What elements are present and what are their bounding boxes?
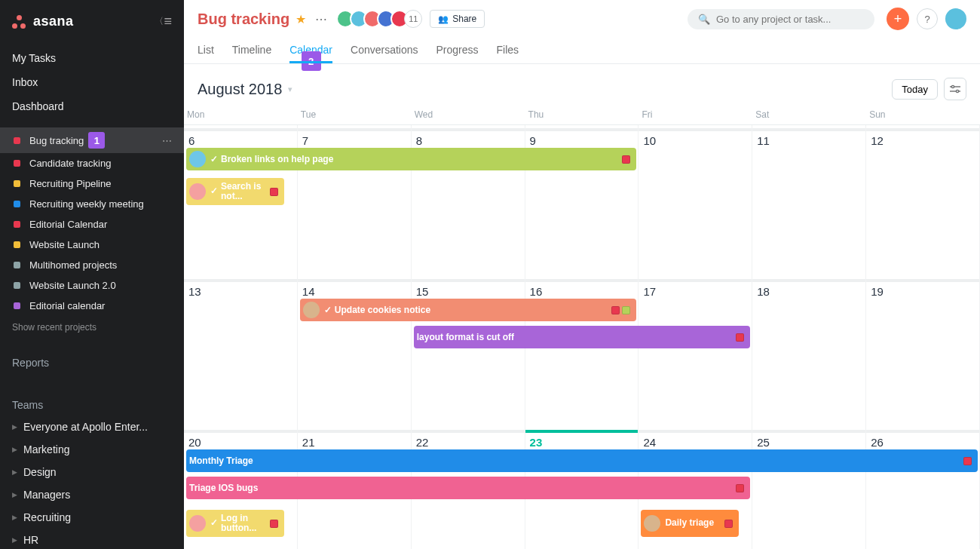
sidebar-project[interactable]: Recruiting weekly meeting [0,194,184,214]
sliders-icon [949,84,961,94]
day-number: 11 [755,131,862,150]
project-name: Bug tracking [29,135,84,146]
show-recent-projects[interactable]: Show recent projects [0,316,184,339]
user-avatar[interactable] [945,8,966,29]
brand-logo[interactable]: asana [12,14,74,29]
my-tasks-link[interactable]: My Tasks [0,46,184,70]
project-name: Recruiting Pipeline [29,178,111,189]
day-number: 17 [642,282,749,301]
calendar-day[interactable]: 18 [752,276,866,427]
calendar-day[interactable]: 26 [866,427,980,549]
day-headers: MonTueWedThuFriSatSun [184,108,980,125]
tab-calendar[interactable]: Calendar 2 [289,38,332,63]
dashboard-link[interactable]: Dashboard [0,94,184,118]
calendar-event[interactable]: ✓Update cookies notice [300,299,637,321]
calendar-event[interactable]: layout format is cut off [414,326,751,348]
calendar-day[interactable]: 12 [866,125,980,276]
calendar-event[interactable]: ✓Broken links on help page [186,148,636,170]
caret-icon: ▶ [12,536,17,544]
sidebar-project[interactable]: Website Launch 2.0 [0,275,184,296]
team-item[interactable]: ▶Marketing [0,438,184,461]
team-item[interactable]: ▶Managers [0,483,184,506]
sidebar-project[interactable]: Multihomed projects [0,255,184,275]
project-name: Candidate tracking [29,158,111,169]
collapse-sidebar-icon[interactable]: 〈≡ [155,14,172,29]
calendar-day[interactable]: 19 [866,276,980,427]
project-actions-icon[interactable]: ⋯ [315,12,327,26]
project-name: Editorial calendar [29,300,105,311]
day-number: 10 [642,131,749,150]
calendar-settings-button[interactable] [944,78,966,100]
event-tag [736,333,744,342]
calendar-day[interactable]: 17 [639,276,752,427]
project-color-dot [14,221,20,228]
star-icon[interactable]: ★ [296,12,306,26]
tab-files[interactable]: Files [497,38,519,63]
assignee-avatar [189,151,206,167]
month-picker-icon[interactable]: ▾ [288,84,292,94]
calendar-event[interactable]: ✓Search is not... [186,178,284,205]
calendar-event[interactable]: Monthly Triage [186,449,978,472]
sidebar-project[interactable]: Candidate tracking [0,153,184,173]
team-item[interactable]: ▶HR [0,529,184,549]
calendar-grid[interactable]: 6789101112✓Broken links on help page✓Sea… [184,125,980,549]
sidebar-project[interactable]: Recruiting Pipeline [0,173,184,194]
project-badge: 1 [88,132,105,149]
today-button[interactable]: Today [892,79,938,100]
calendar-day[interactable]: 11 [752,125,866,276]
tab-list[interactable]: List [198,38,214,63]
member-avatars[interactable] [336,10,409,28]
team-item[interactable]: ▶Recruiting [0,506,184,529]
calendar-day[interactable]: 13 [184,276,298,427]
sidebar-top-nav: My Tasks Inbox Dashboard [0,43,184,121]
team-item[interactable]: ▶Everyone at Apollo Enter... [0,416,184,438]
team-item[interactable]: ▶Design [0,461,184,483]
day-number: 19 [869,282,976,301]
project-name: Editorial Calendar [29,219,107,230]
event-title: Triage IOS bugs [189,483,258,493]
event-tag [963,457,972,465]
sidebar-project[interactable]: Website Launch [0,235,184,255]
check-icon: ✓ [210,154,218,164]
tab-progress[interactable]: Progress [436,38,479,63]
help-button[interactable]: ? [917,8,938,29]
event-tag [611,306,620,314]
member-count[interactable]: 11 [404,10,422,28]
check-icon: ✓ [210,186,218,196]
project-name: Recruiting weekly meeting [29,198,144,210]
calendar-day[interactable]: 10 [639,125,752,276]
sidebar-project-list: Bug tracking1⋯Candidate trackingRecruiti… [0,127,184,316]
sidebar-project[interactable]: Bug tracking1⋯ [0,127,184,153]
calendar-badge: 2 [302,51,321,71]
tab-conversations[interactable]: Conversations [351,38,418,63]
calendar-event[interactable]: Triage IOS bugs [186,477,750,499]
search-input[interactable] [716,14,864,25]
project-name: Website Launch 2.0 [29,280,116,291]
project-more-icon[interactable]: ⋯ [162,135,172,146]
quick-add-button[interactable]: + [887,8,909,30]
team-name: Everyone at Apollo Enter... [23,421,148,433]
caret-icon: ▶ [12,468,17,476]
sidebar: asana 〈≡ My Tasks Inbox Dashboard Bug tr… [0,0,184,549]
tab-timeline[interactable]: Timeline [232,38,271,63]
sidebar-project[interactable]: Editorial calendar [0,296,184,316]
reports-link[interactable]: Reports [0,346,184,373]
team-name: HR [23,534,38,546]
inbox-link[interactable]: Inbox [0,70,184,94]
project-color-dot [14,137,20,144]
project-color-dot [14,262,20,268]
project-color-dot [14,201,20,207]
day-header: Wed [412,108,525,124]
calendar-day[interactable]: 25 [752,427,866,549]
svg-point-2 [951,85,954,87]
team-name: Managers [23,489,70,501]
day-number: 13 [187,282,294,301]
search-box[interactable]: 🔍 [688,9,874,29]
calendar-event[interactable]: ✓Log in button... [186,510,284,537]
caret-icon: ▶ [12,491,17,498]
team-name: Design [23,466,57,478]
sidebar-project[interactable]: Editorial Calendar [0,214,184,235]
share-button[interactable]: 👥 Share [430,10,485,28]
calendar-event[interactable]: Daily triage [641,510,739,537]
event-tag [622,155,630,164]
